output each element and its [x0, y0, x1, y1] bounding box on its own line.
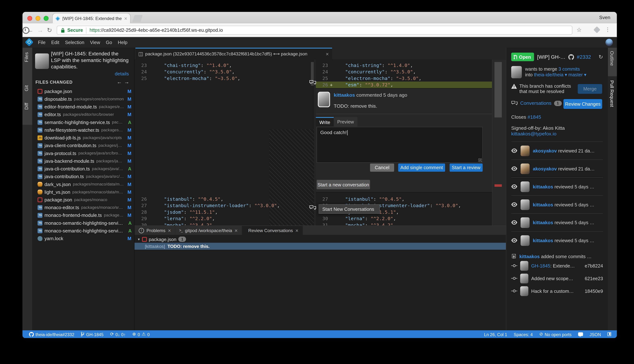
reviewer-name[interactable]: kittaakos [533, 202, 553, 207]
file-row[interactable]: disposable.ts packages/core/src/common M [32, 95, 135, 103]
user-avatar[interactable] [605, 39, 613, 46]
sidebar-tab-diff[interactable]: Diff [24, 103, 29, 110]
review-row[interactable]: kittaakos reviewed 5 days … [511, 213, 603, 231]
reviewer-name[interactable]: akosyakov [533, 166, 557, 171]
prev-change-icon[interactable]: ← [117, 79, 122, 85]
tab-write[interactable]: Write [316, 117, 334, 126]
commit-sha[interactable]: e7b8224 [585, 263, 603, 268]
commit-row[interactable]: Added new scope… 621ee23 [511, 272, 603, 285]
diff-pane-modified[interactable]: 23chai-string^1.4.0 24concurrently^3.5.0… [316, 60, 506, 226]
gitpod-logo-icon[interactable] [25, 38, 34, 46]
tab-preview[interactable]: Preview [334, 117, 357, 126]
status-cursor-position[interactable]: Ln 26, Col 1 [484, 332, 507, 337]
review-row[interactable]: kittaakos reviewed 5 days … [511, 196, 603, 213]
review-row[interactable]: akosyakov reviewed 21 da… [511, 160, 603, 178]
refresh-icon[interactable]: ↻ [598, 54, 603, 60]
signoff-email-link[interactable]: kittaakos@typefox.io [511, 131, 556, 136]
start-new-conversation-button[interactable]: Start a new conversation [317, 180, 370, 189]
bottom-panel-tab[interactable]: Review Conversations [242, 226, 303, 235]
commits-link[interactable]: 3 commits [558, 66, 580, 71]
comment-bubble-icon[interactable] [309, 80, 316, 86]
menu-item[interactable]: File [38, 40, 46, 45]
file-row[interactable]: editor-frontend-module.ts packages/e… M [32, 103, 135, 110]
status-layout-toggle[interactable] [607, 332, 611, 336]
status-language[interactable]: JSON [589, 332, 601, 337]
file-row[interactable]: nsfw-filesystem-watcher.ts packages… M [32, 126, 135, 134]
menu-item[interactable]: Go [106, 40, 112, 45]
start-review-button[interactable]: Start a review [449, 164, 483, 172]
expand-caret-icon[interactable]: ▾ [138, 237, 140, 241]
close-editor-tab-icon[interactable] [326, 51, 329, 57]
browser-menu-icon[interactable]: ⋮ [605, 26, 610, 32]
browser-profile-name[interactable]: Sven [599, 15, 610, 20]
status-sync[interactable]: ⟳0↓ 0↑ [110, 332, 126, 337]
file-row[interactable]: java-contribution.ts packages/java/src/…… [32, 172, 135, 180]
sidebar-tab-pull-request[interactable]: Pull Request [609, 80, 614, 107]
password-extension-icon[interactable] [23, 27, 29, 34]
close-tab-icon[interactable] [168, 228, 171, 233]
overview-ruler[interactable] [492, 60, 506, 226]
file-row[interactable]: download-jdt-ls.js packages/java/scripts… [32, 134, 135, 142]
commit-sha[interactable]: 621ee23 [585, 276, 603, 281]
file-row[interactable]: monaco-semantic-highlighting-servi… A [32, 227, 135, 234]
commit-issue-link[interactable]: GH-1845 [531, 263, 550, 268]
status-branch[interactable]: GH-1845 [81, 332, 104, 337]
file-row[interactable]: java-backend-module.ts packages/jav… M [32, 157, 135, 165]
menu-item[interactable]: Selection [65, 40, 84, 45]
next-change-icon[interactable]: → [124, 79, 129, 85]
editor-tab[interactable]: package.json (322e9307144536c3578cc7c843… [136, 48, 332, 60]
file-row[interactable]: yarn.lock M [32, 234, 135, 242]
close-tab-icon[interactable] [124, 16, 127, 21]
conversation-file-group[interactable]: ▾ package.json 1 [138, 236, 186, 243]
close-window-button[interactable] [27, 16, 32, 21]
comment-input[interactable]: Good catch! [317, 127, 483, 163]
file-row[interactable]: dark_vs.json packages/monaco/data/m… M [32, 180, 135, 188]
details-link[interactable]: details [115, 71, 129, 77]
menu-item[interactable]: View [90, 40, 100, 45]
forward-icon[interactable]: → [37, 26, 43, 34]
file-row[interactable]: monaco-editor.ts packages/monaco/sr… M [32, 204, 135, 211]
commit-row[interactable]: Hack for a custom… 18450e9 [511, 284, 603, 297]
committer-name[interactable]: kittaakos [519, 254, 540, 259]
close-tab-icon[interactable] [235, 228, 238, 233]
conversations-link[interactable]: Conversations [520, 100, 551, 106]
diff-pane-original[interactable]: 23chai-string^1.4.0 24concurrently^3.5.0… [135, 60, 314, 226]
file-row[interactable]: package.json packages/monaco M [32, 196, 135, 204]
sidebar-tab-files[interactable]: Files [24, 52, 29, 62]
reviewer-name[interactable]: kittaakos [533, 238, 553, 243]
commit-sha[interactable]: 18450e9 [585, 288, 603, 294]
status-feedback[interactable] [578, 332, 583, 336]
status-repo[interactable]: theia-ide/theia#2332 [29, 332, 74, 337]
browser-tab[interactable]: [WIP] GH-1845: Extended the [52, 13, 131, 23]
reviewer-name[interactable]: kittaakos [533, 184, 553, 189]
file-row[interactable]: java-client-contribution.ts packages/j… … [32, 142, 135, 149]
merge-button[interactable]: Merge [578, 84, 602, 94]
zoom-window-button[interactable] [44, 16, 49, 21]
sidebar-tab-git[interactable]: Git [24, 85, 29, 91]
file-row[interactable]: monaco-semantic-highlighting-servi… A [32, 219, 135, 227]
file-row[interactable]: java-cli-contribution.ts packages/java/…… [32, 165, 135, 172]
new-tab-button[interactable] [132, 15, 143, 22]
gitpod-extension-icon[interactable] [593, 26, 600, 33]
status-ports[interactable]: ⊘No open ports [539, 332, 571, 337]
conversation-row-selected[interactable]: [kittaakos] TODO: remove this. [135, 243, 506, 250]
file-row[interactable]: editor.ts packages/editor/src/browser M [32, 110, 135, 118]
review-row[interactable]: kittaakos reviewed 5 days … [511, 178, 603, 196]
reviewer-name[interactable]: kittaakos [533, 220, 553, 225]
bookmark-star-icon[interactable]: ☆ [576, 26, 582, 33]
menu-item[interactable]: Help [118, 40, 128, 45]
add-single-comment-button[interactable]: Add single comment [398, 164, 445, 172]
review-row[interactable]: akosyakov reviewed 21 da… [511, 142, 603, 160]
bottom-panel-tab[interactable]: Problems [135, 226, 175, 235]
minimize-window-button[interactable] [36, 16, 40, 21]
file-row[interactable]: package.json M [32, 87, 135, 95]
address-bar[interactable]: Secure | https://ca9204d2-25d9-4ebc-a65e… [57, 26, 572, 35]
menu-item[interactable]: Edit [51, 40, 59, 45]
sidebar-tab-outline[interactable]: Outline [609, 51, 614, 66]
reload-icon[interactable]: ↻ [47, 26, 52, 34]
closes-issue-link[interactable]: #1845 [527, 114, 541, 120]
cancel-button[interactable]: Cancel [370, 164, 394, 172]
status-indentation[interactable]: Spaces: 4 [514, 332, 533, 337]
target-branch-link[interactable]: master ▾ [568, 72, 586, 77]
review-changes-button[interactable]: Review Changes [563, 99, 602, 109]
